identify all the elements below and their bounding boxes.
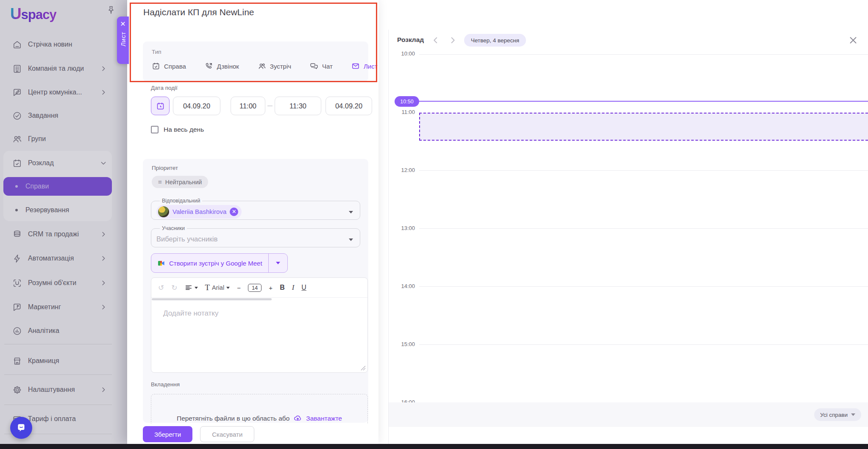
remove-user-icon[interactable]: ✕ xyxy=(230,208,238,216)
time-label: 15:00 xyxy=(389,341,415,347)
smart-objects-icon xyxy=(12,278,22,288)
toolbar-scrollbar[interactable] xyxy=(152,298,272,300)
responsible-field[interactable]: Відповідальний Valeriia Bashkirova ✕ xyxy=(151,198,360,220)
all-day-checkbox-row[interactable]: На весь день xyxy=(151,126,204,133)
pin-sidebar-icon[interactable] xyxy=(106,5,116,16)
editor-toolbar: ↺ ↻ T Arial − 14 + B I U xyxy=(151,278,367,298)
lightning-icon xyxy=(12,253,22,263)
resize-grip-icon[interactable] xyxy=(361,366,366,371)
calendar-check-icon xyxy=(152,62,160,70)
sidebar-item-tasks[interactable]: Завдання xyxy=(0,106,116,125)
create-meet-button[interactable]: Створити зустріч у Google Meet xyxy=(151,254,268,272)
schedule-footer-strip: Усі справи xyxy=(389,402,868,427)
modal-title: Надіслати КП для NewLine xyxy=(143,7,254,17)
filter-chip[interactable]: Усі справи xyxy=(814,408,861,421)
type-option-meeting[interactable]: Зустріч xyxy=(258,62,291,70)
sidebar-item-automation[interactable]: Автоматизація xyxy=(0,249,116,268)
sidebar-item-smart-objects[interactable]: Розумні об'єкти xyxy=(0,274,116,292)
close-icon[interactable] xyxy=(848,35,859,46)
chevron-down-icon xyxy=(226,287,230,289)
calendar-picker-button[interactable] xyxy=(151,97,170,115)
increase-font-button[interactable]: + xyxy=(269,284,273,291)
sidebar-item-crm-sales[interactable]: CRM та продажі xyxy=(0,225,116,244)
decrease-font-button[interactable]: − xyxy=(237,284,241,291)
save-button[interactable]: Зберегти xyxy=(143,426,192,442)
redo-button[interactable]: ↻ xyxy=(171,283,177,292)
meet-options-dropdown[interactable] xyxy=(268,254,287,272)
sidebar-item-communication-center[interactable]: Центр комуніка... xyxy=(0,83,116,102)
time-label: 10:00 xyxy=(389,50,415,57)
people-icon xyxy=(12,134,22,144)
close-icon[interactable]: ✕ xyxy=(120,21,125,28)
prev-day-button[interactable] xyxy=(431,36,440,45)
end-time-input[interactable]: 11:30 xyxy=(275,97,321,115)
upload-link[interactable]: Завантажте xyxy=(306,415,342,422)
responsible-user-chip: Valeriia Bashkirova ✕ xyxy=(156,205,242,219)
priority-chip[interactable]: =Нейтральний xyxy=(152,176,208,188)
sidebar-item-settings[interactable]: Налаштування xyxy=(0,380,116,399)
support-chat-button[interactable] xyxy=(10,417,32,439)
chevron-down-icon xyxy=(349,238,353,241)
participants-label: Учасники xyxy=(160,225,187,231)
chevron-down-icon xyxy=(851,413,855,416)
sidebar-item-marketing[interactable]: Маркетинг xyxy=(0,298,116,316)
schedule-header: Розклад Четвер, 4 вересня xyxy=(389,30,868,51)
bold-button[interactable]: B xyxy=(280,284,285,291)
sidebar-item-company-people[interactable]: Компанія та люди xyxy=(0,59,116,78)
start-time-input[interactable]: 11:00 xyxy=(231,97,265,115)
type-section: Тип Справа Дзвінок Зустріч Чат xyxy=(143,42,368,82)
sidebar-item-activities[interactable]: Справи xyxy=(0,177,116,196)
sidebar-item-news-feed[interactable]: Стрічка новин xyxy=(0,35,116,54)
type-option-call[interactable]: Дзвінок xyxy=(205,62,239,70)
font-size-value[interactable]: 14 xyxy=(248,284,262,292)
modal-backdrop xyxy=(116,0,127,444)
sidebar-item-reservations[interactable]: Резервування xyxy=(0,201,116,219)
date-chip[interactable]: Четвер, 4 вересня xyxy=(464,34,526,47)
type-option-task[interactable]: Справа xyxy=(152,62,186,70)
underline-button[interactable]: U xyxy=(301,284,306,291)
sidebar-item-groups[interactable]: Групи xyxy=(0,130,116,148)
cancel-button[interactable]: Скасувати xyxy=(200,426,254,442)
home-icon xyxy=(12,39,22,50)
sidebar: Uspacy Стрічка новин Компанія та люди Це… xyxy=(0,0,116,444)
time-label: 14:00 xyxy=(389,283,415,289)
divider xyxy=(4,374,112,375)
bullet-icon xyxy=(15,185,18,188)
draft-event-block[interactable] xyxy=(419,113,868,141)
sidebar-item-store[interactable]: Крамниця xyxy=(0,352,116,370)
calendar-icon xyxy=(12,158,22,168)
chevron-right-icon xyxy=(100,231,107,238)
font-family-select[interactable]: T Arial xyxy=(205,283,230,292)
drop-hint-text: Перетягніть файли в цю область або xyxy=(177,415,289,422)
chevron-right-icon xyxy=(100,386,107,393)
avatar xyxy=(158,206,169,217)
type-option-chat[interactable]: Чат xyxy=(310,62,333,70)
responsible-label: Відповідальний xyxy=(160,198,202,204)
date-row: 04.09.20 11:00 11:30 04.09.20 xyxy=(151,97,372,115)
undo-button[interactable]: ↺ xyxy=(158,283,164,292)
note-placeholder[interactable]: Додайте нотатку xyxy=(163,309,219,318)
chevron-right-icon xyxy=(100,65,107,72)
gridline xyxy=(419,344,868,345)
sidebar-item-schedule[interactable]: Розклад xyxy=(0,154,116,172)
time-label: 16:00 xyxy=(389,399,415,402)
chevron-right-icon xyxy=(100,280,107,286)
align-button[interactable] xyxy=(185,284,198,291)
type-option-letter[interactable]: Лист xyxy=(351,62,378,70)
gridline xyxy=(419,54,868,55)
end-date-input[interactable]: 04.09.20 xyxy=(326,97,372,115)
letter-drawer-tab[interactable]: ✕ Лист xyxy=(117,17,129,64)
participants-field[interactable]: Учасники Виберіть учасників xyxy=(151,225,360,247)
next-day-button[interactable] xyxy=(448,36,457,45)
time-label: 12:00 xyxy=(389,167,415,173)
gear-icon xyxy=(12,385,22,395)
italic-button[interactable]: I xyxy=(292,283,295,292)
time-label: 13:00 xyxy=(389,225,415,231)
chevron-right-icon xyxy=(100,255,107,262)
checkbox-icon[interactable] xyxy=(151,126,159,133)
start-date-input[interactable]: 04.09.20 xyxy=(173,97,220,115)
sidebar-item-analytics[interactable]: Аналітика xyxy=(0,322,116,340)
schedule-grid[interactable]: 10:00 11:00 12:00 13:00 14:00 15:00 16:0… xyxy=(389,50,868,402)
file-drop-area[interactable]: Перетягніть файли в цю область або Заван… xyxy=(151,394,368,424)
uspacy-logo[interactable]: Uspacy xyxy=(10,5,56,23)
